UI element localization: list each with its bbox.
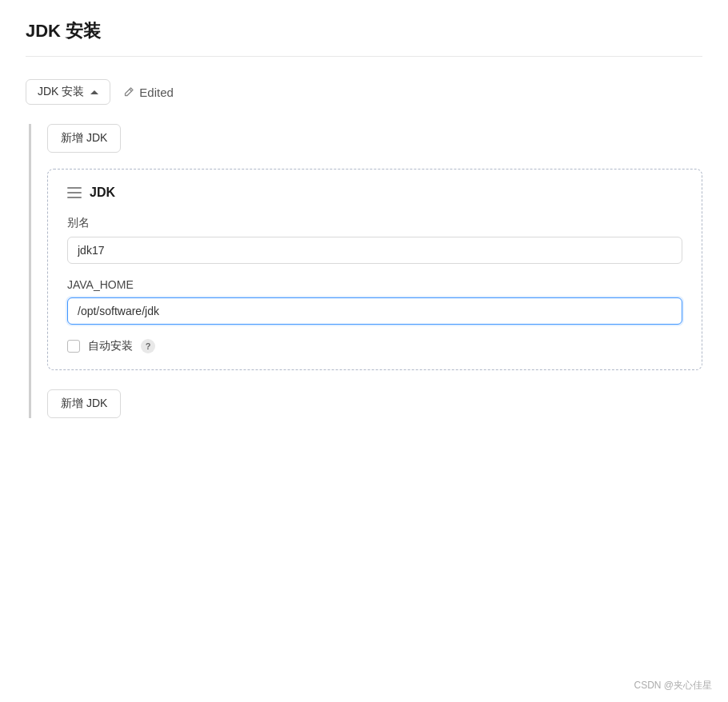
chevron-up-icon xyxy=(90,90,98,94)
breadcrumb-bar: JDK 安装 Edited xyxy=(26,79,702,105)
help-icon[interactable]: ? xyxy=(141,339,155,353)
java-home-field-group: JAVA_HOME xyxy=(67,278,682,325)
auto-install-checkbox[interactable] xyxy=(67,340,80,353)
auto-install-row: 自动安装 ? xyxy=(67,339,682,353)
alias-input[interactable] xyxy=(67,237,682,264)
page-container: JDK 安装 JDK 安装 Edited 新增 JDK xyxy=(0,0,728,437)
jdk-card-header: JDK xyxy=(67,185,682,200)
jdk-card: JDK 别名 JAVA_HOME 自动安装 ? xyxy=(47,169,702,370)
page-title: JDK 安装 xyxy=(26,19,702,57)
add-jdk-button-bottom[interactable]: 新增 JDK xyxy=(47,389,121,418)
pencil-icon xyxy=(123,86,134,98)
footer-watermark: CSDN @夹心佳星 xyxy=(634,679,712,692)
edited-status: Edited xyxy=(123,86,174,99)
content-area: 新增 JDK JDK 别名 JAVA_HOME 自动安装 xyxy=(29,124,702,418)
jdk-card-title: JDK xyxy=(90,185,115,200)
drag-handle-icon[interactable] xyxy=(67,187,82,198)
breadcrumb-button[interactable]: JDK 安装 xyxy=(26,79,110,105)
breadcrumb-label: JDK 安装 xyxy=(38,85,84,99)
java-home-label: JAVA_HOME xyxy=(67,278,682,291)
add-jdk-button-top[interactable]: 新增 JDK xyxy=(47,124,121,153)
auto-install-label: 自动安装 xyxy=(88,339,133,353)
java-home-input[interactable] xyxy=(67,297,682,325)
alias-field-group: 别名 xyxy=(67,216,682,264)
alias-label: 别名 xyxy=(67,216,682,230)
edited-label-text: Edited xyxy=(139,86,174,99)
